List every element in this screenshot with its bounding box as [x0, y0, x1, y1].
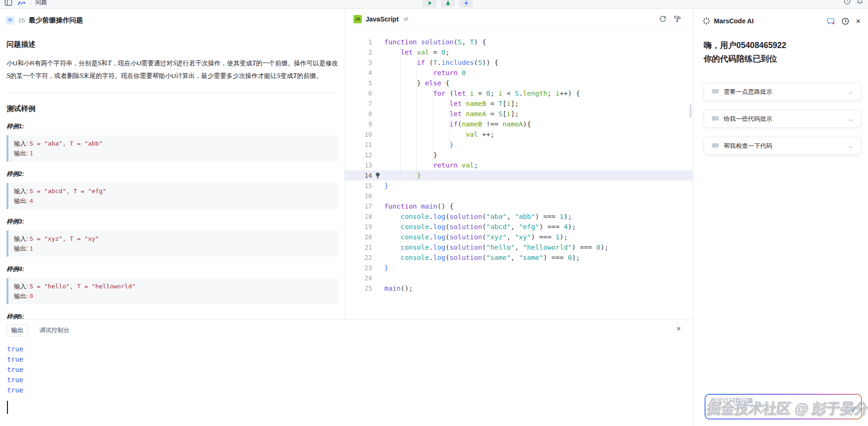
example-label: 样例1:: [7, 122, 338, 131]
format-code-icon[interactable]: [674, 15, 681, 22]
code-line[interactable]: 9if(nameB !== nameA){: [345, 119, 693, 129]
example-input-line: 输入: S = "abcd", T = "efg": [14, 186, 332, 196]
example-output-line: 输出: 1: [14, 148, 332, 158]
line-number: 15: [345, 181, 372, 191]
ai-suggestion-label: 需要一点思路提示: [724, 88, 772, 96]
difficulty-badge: 中: [6, 16, 14, 25]
code-line[interactable]: 10val ++;: [345, 129, 693, 140]
example-input-line: 输入: S = "aba", T = "abb": [14, 139, 332, 148]
ai-suggestion-cards: 需要一点思路提示→给我一些代码提示→帮我检查一下代码→: [704, 83, 861, 155]
example-block: 输入: S = "xyz", T = "xy"输出: 1: [7, 230, 338, 257]
code-line[interactable]: 15}: [345, 181, 693, 191]
code-line[interactable]: 11}: [345, 140, 693, 150]
code-line[interactable]: 3if (T.includes(S)) {: [345, 57, 693, 68]
line-number: 6: [345, 88, 372, 98]
chat-bubble-icon: [712, 143, 719, 149]
console-output-line: true: [7, 354, 686, 364]
reset-code-icon[interactable]: [659, 15, 666, 22]
language-selector[interactable]: JavaScript: [366, 15, 399, 23]
line-number: 21: [345, 242, 372, 252]
code-line[interactable]: 4return 0: [345, 68, 693, 78]
line-number: 11: [345, 140, 372, 150]
ai-suggestion-card[interactable]: 帮我检查一下代码→: [704, 137, 861, 155]
problem-panel: 中 15 最少前缀操作问题 问题描述 小U和小R有两个字符串，分别是S和T，现在…: [0, 9, 345, 319]
code-editor[interactable]: 1function solution(S, T) {2let val = 0;3…: [345, 29, 693, 293]
tab-debug-console[interactable]: 调试控制台: [39, 326, 70, 335]
ai-greeting-line1: 嗨，用户05408465922: [704, 39, 858, 52]
line-number: 24: [345, 273, 372, 283]
problem-title: 最少前缀操作问题: [28, 16, 83, 25]
code-line[interactable]: 20console.log(solution("xyz", "xy") === …: [345, 232, 693, 242]
editor-scrollbar[interactable]: [690, 105, 692, 118]
chat-bubble-icon: [712, 116, 719, 122]
code-line[interactable]: 12}: [345, 150, 693, 160]
notification-icon[interactable]: [856, 0, 863, 5]
code-line[interactable]: 2let val = 0;: [345, 47, 693, 57]
line-number: 17: [345, 201, 372, 211]
description-heading: 问题描述: [7, 40, 338, 49]
sidebar-toggle-icon[interactable]: [5, 0, 12, 6]
console-output-line: true: [7, 364, 686, 375]
example-label: 样例3:: [7, 217, 338, 226]
new-chat-icon[interactable]: [827, 17, 835, 25]
tab-output[interactable]: 输出: [7, 324, 28, 336]
code-line[interactable]: 5} else {: [345, 78, 693, 88]
history-icon[interactable]: [841, 17, 849, 25]
code-line[interactable]: 25main();: [345, 283, 693, 293]
breadcrumb-problem[interactable]: 问题: [35, 0, 47, 7]
line-number: 14: [345, 170, 372, 181]
example-output-line: 输出: 4: [14, 196, 332, 206]
code-line[interactable]: 1function solution(S, T) {: [345, 37, 693, 47]
debug-settings-button[interactable]: [459, 0, 473, 7]
examples: 样例1:输入: S = "aba", T = "abb"输出: 1样例2:输入:…: [7, 122, 338, 319]
ai-greeting: 嗨，用户05408465922 你的代码陪练已到位: [693, 27, 868, 66]
example-block: 输入: S = "abcd", T = "efg"输出: 4: [7, 183, 338, 209]
test-button[interactable]: [441, 0, 455, 7]
code-line[interactable]: 21console.log(solution("hello", "hellowo…: [345, 242, 693, 252]
code-line[interactable]: 13return val;: [345, 160, 693, 170]
example-output-line: 输出: 1: [14, 244, 332, 253]
console-output-line: true: [7, 375, 686, 385]
line-number: 12: [345, 150, 372, 160]
code-line[interactable]: 22console.log(solution("same", "same") =…: [345, 252, 693, 263]
ai-chat-input[interactable]: 你可以问我问题 掘金技术社区 @ 彭于晏分晏: [706, 395, 861, 419]
play-icon: [427, 0, 432, 6]
ai-suggestion-label: 帮我检查一下代码: [724, 142, 772, 150]
line-number: 13: [345, 160, 372, 170]
console-body[interactable]: truetruetruetruetrue: [0, 339, 693, 419]
code-line[interactable]: 18console.log(solution("aba", "abb") ===…: [345, 211, 693, 222]
ai-suggestion-label: 给我一些代码提示: [724, 115, 772, 123]
ai-suggestion-card[interactable]: 给我一些代码提示→: [704, 110, 861, 128]
javascript-icon: JS: [353, 15, 362, 23]
line-number: 25: [345, 283, 372, 293]
line-number: 9: [345, 119, 372, 129]
line-number: 4: [345, 68, 372, 78]
code-line[interactable]: 16: [345, 191, 693, 201]
app-window: 问题 ? 中 15: [0, 0, 868, 426]
code-line[interactable]: 17function main() {: [345, 201, 693, 211]
code-line[interactable]: 6for (let i = 0; i < S.length; i++) {: [345, 88, 693, 98]
run-button[interactable]: [423, 0, 437, 7]
flask-icon: [445, 0, 451, 6]
code-line[interactable]: 8let nameA = S[i];: [345, 109, 693, 119]
send-icon[interactable]: [847, 404, 858, 417]
console-close-icon[interactable]: ×: [677, 325, 681, 333]
editor-panel: JS JavaScript: [345, 9, 693, 319]
help-icon[interactable]: ?: [844, 0, 851, 5]
code-line[interactable]: 19console.log(solution("abcd", "efg") ==…: [345, 222, 693, 232]
top-bar: 问题 ?: [0, 0, 868, 9]
code-line[interactable]: 14}: [345, 170, 693, 181]
line-number: 5: [345, 78, 372, 88]
ai-panel-title: MarsCode AI: [714, 17, 754, 25]
code-line[interactable]: 23}: [345, 263, 693, 273]
code-line[interactable]: 7let nameB = T[i];: [345, 98, 693, 109]
ai-suggestion-card[interactable]: 需要一点思路提示→: [704, 83, 861, 101]
problem-header: 中 15 最少前缀操作问题: [0, 9, 345, 28]
console-output-line: true: [7, 385, 686, 395]
marscode-logo[interactable]: [16, 0, 27, 7]
example-output-line: 输出: 0: [14, 291, 332, 301]
close-ai-panel-icon[interactable]: ×: [856, 17, 861, 25]
swap-language-icon[interactable]: [403, 16, 409, 22]
ai-input-container: 你可以问我问题 掘金技术社区 @ 彭于晏分晏: [705, 394, 862, 419]
code-line[interactable]: 24: [345, 273, 693, 283]
